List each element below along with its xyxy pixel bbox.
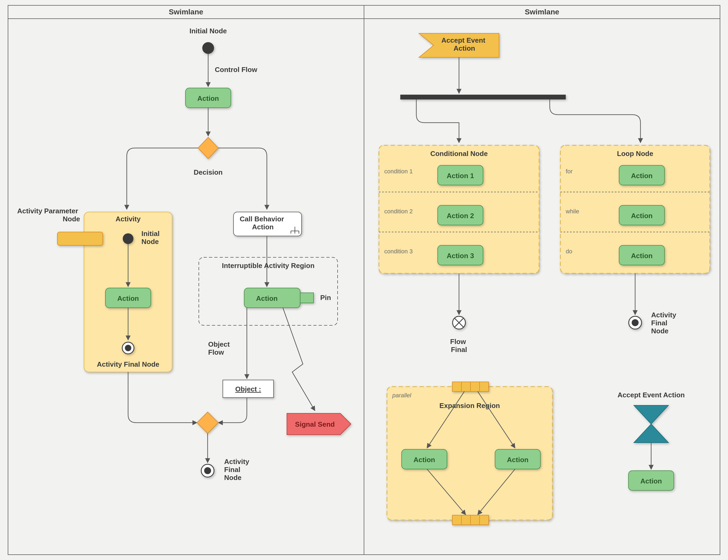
svg-text:Action: Action bbox=[631, 212, 653, 220]
activity-inner-initial-icon bbox=[123, 233, 133, 244]
svg-text:Activity: Activity bbox=[116, 215, 141, 223]
expansion-input-icon bbox=[452, 382, 489, 391]
svg-point-22 bbox=[204, 467, 211, 474]
activity-final-icon bbox=[201, 464, 214, 477]
accept-event-2-action: Action bbox=[628, 471, 674, 490]
svg-text:condition 1: condition 1 bbox=[384, 168, 413, 175]
svg-text:Action: Action bbox=[507, 456, 529, 464]
fork-bar bbox=[400, 95, 566, 100]
initial-node-label: Initial Node bbox=[189, 27, 227, 35]
svg-text:Object :: Object : bbox=[235, 385, 261, 393]
svg-point-55 bbox=[632, 319, 639, 326]
initial-node-icon bbox=[202, 42, 214, 54]
decision-label: Decision bbox=[194, 168, 223, 176]
action-node-1: Action bbox=[185, 88, 231, 108]
svg-text:parallel: parallel bbox=[392, 392, 412, 399]
svg-text:do: do bbox=[566, 248, 572, 255]
accept-event-2-label: Accept Event Action bbox=[618, 391, 685, 399]
expansion-action-right: Action bbox=[495, 449, 540, 469]
svg-rect-68 bbox=[461, 515, 470, 525]
pin-icon bbox=[300, 293, 314, 303]
svg-text:Loop Node: Loop Node bbox=[617, 150, 653, 158]
expansion-region: parallel Expansion Region Action Action bbox=[387, 382, 552, 525]
svg-rect-59 bbox=[452, 382, 461, 391]
activity-inner-final-label: Activity Final Node bbox=[97, 360, 159, 368]
svg-text:Action: Action bbox=[640, 477, 662, 485]
svg-text:Action: Action bbox=[256, 294, 278, 302]
activity-inner-initial-label: Initial Node bbox=[141, 230, 161, 246]
svg-rect-62 bbox=[480, 382, 489, 391]
svg-rect-61 bbox=[470, 382, 480, 391]
flow-final-icon bbox=[453, 316, 465, 329]
svg-text:Expansion Region: Expansion Region bbox=[440, 402, 500, 410]
svg-text:Action 3: Action 3 bbox=[447, 252, 474, 260]
expansion-action-left: Action bbox=[402, 449, 447, 469]
signal-send-node: Signal Send bbox=[287, 413, 351, 435]
control-flow-label: Control Flow bbox=[215, 66, 258, 74]
svg-rect-67 bbox=[452, 515, 461, 525]
loop-node: Loop Node for Action while Action do Act… bbox=[560, 145, 710, 273]
conditional-node: Conditional Node condition 1 Action 1 co… bbox=[379, 145, 539, 273]
swimlane-right-title: Swimlane bbox=[525, 8, 559, 16]
activity-inner-action: Action bbox=[105, 288, 151, 308]
call-behavior-action: Call Behavior Action bbox=[234, 212, 302, 236]
svg-point-11 bbox=[125, 345, 131, 351]
svg-text:Action: Action bbox=[631, 172, 653, 180]
object-node: Object : bbox=[223, 380, 274, 398]
flow-final-label: Flow Final bbox=[450, 337, 468, 353]
svg-text:Action: Action bbox=[414, 456, 435, 464]
activity-inner-final-icon bbox=[122, 342, 134, 354]
svg-text:condition 3: condition 3 bbox=[384, 248, 413, 255]
activity-parameter-node bbox=[57, 232, 103, 245]
interruptible-region-label: Interruptible Activity Region bbox=[222, 262, 314, 270]
expansion-output-icon bbox=[452, 515, 489, 525]
svg-text:condition 2: condition 2 bbox=[384, 208, 413, 215]
svg-text:Conditional Node: Conditional Node bbox=[430, 150, 488, 158]
svg-rect-69 bbox=[470, 515, 480, 525]
svg-text:Action: Action bbox=[117, 294, 139, 302]
interrupt-action: Action bbox=[244, 288, 300, 308]
swimlane-left-title: Swimlane bbox=[169, 8, 203, 16]
pin-label: Pin bbox=[320, 293, 331, 301]
svg-rect-70 bbox=[480, 515, 489, 525]
svg-rect-60 bbox=[461, 382, 470, 391]
svg-text:Action 2: Action 2 bbox=[447, 212, 474, 220]
svg-text:Action: Action bbox=[197, 94, 219, 102]
svg-text:Signal Send: Signal Send bbox=[295, 420, 335, 428]
svg-text:while: while bbox=[565, 208, 579, 215]
svg-text:for: for bbox=[566, 168, 573, 175]
svg-text:Action: Action bbox=[631, 252, 653, 260]
svg-text:Action 1: Action 1 bbox=[447, 172, 474, 180]
activity-final-right-icon bbox=[629, 316, 642, 329]
activity-diagram: Swimlane Swimlane Initial Node Control F… bbox=[0, 0, 728, 560]
